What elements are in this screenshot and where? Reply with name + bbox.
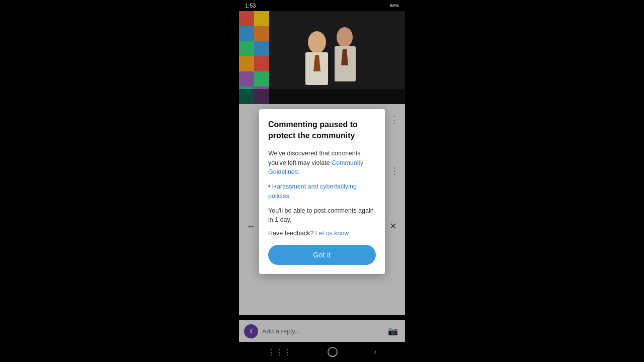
- svg-point-16: [337, 27, 353, 47]
- modal-feedback-text: Have feedback? Let us know: [268, 230, 376, 237]
- modal-title: Commenting paused to protect the communi…: [268, 119, 376, 142]
- svg-rect-9: [254, 41, 269, 56]
- feedback-prefix: Have feedback?: [268, 230, 315, 237]
- svg-rect-11: [254, 71, 269, 86]
- svg-rect-8: [254, 26, 269, 41]
- svg-rect-4: [239, 56, 254, 71]
- status-icons: 68%: [390, 3, 399, 8]
- status-time: 1:53: [245, 3, 256, 9]
- harassment-link[interactable]: Harassment and cyberbullying policies: [268, 183, 357, 200]
- svg-rect-2: [239, 26, 254, 41]
- video-area: [239, 11, 405, 104]
- modal-return-text: You'll be able to post comments again in…: [268, 206, 376, 225]
- battery-icon: 68%: [390, 3, 399, 8]
- modal-overlay: Commenting paused to protect the communi…: [239, 104, 405, 355]
- phone-frame: 1:53 68%: [239, 0, 405, 362]
- svg-rect-5: [239, 71, 254, 86]
- modal-dialog: Commenting paused to protect the communi…: [259, 109, 385, 274]
- svg-rect-3: [239, 41, 254, 56]
- status-bar: 1:53 68%: [239, 0, 405, 11]
- let-us-know-link[interactable]: Let us know: [315, 230, 349, 237]
- svg-rect-1: [239, 11, 254, 26]
- svg-rect-10: [254, 56, 269, 71]
- svg-rect-19: [239, 89, 405, 104]
- svg-point-13: [308, 31, 326, 53]
- modal-body-text: We've discovered that comments you've le…: [268, 149, 376, 177]
- svg-rect-7: [254, 11, 269, 26]
- got-it-button[interactable]: Got it: [268, 245, 376, 265]
- modal-bullet-item: • Harassment and cyberbullying policies: [268, 182, 376, 201]
- video-background: [239, 11, 405, 104]
- bullet-prefix: •: [268, 183, 272, 190]
